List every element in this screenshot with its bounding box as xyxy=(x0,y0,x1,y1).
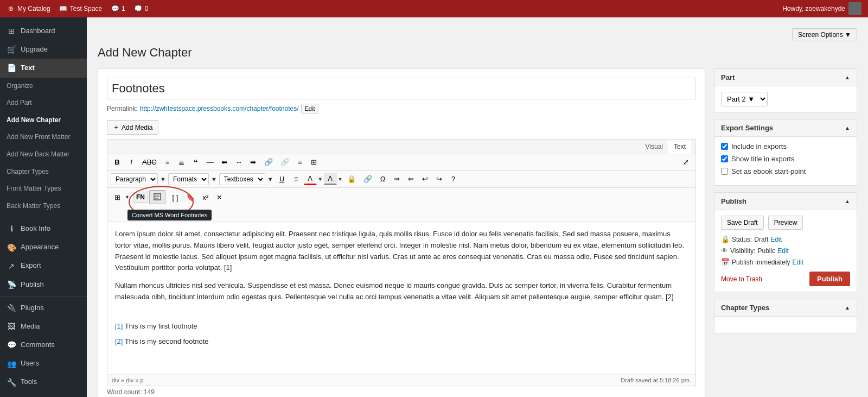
toolbar-outdent[interactable]: ⇐ xyxy=(405,173,418,185)
toolbar-omega[interactable]: Ω xyxy=(376,173,390,185)
footnote-anchor-2[interactable]: [2] xyxy=(115,337,123,345)
toolbar-hr[interactable]: — xyxy=(203,156,217,168)
publish-metabox-title: Publish xyxy=(721,197,746,205)
toolbar-lock[interactable]: 🔒 xyxy=(344,173,359,185)
adminbar-comments[interactable]: 💬 1 xyxy=(111,4,125,13)
toolbar-align-center[interactable]: ↔ xyxy=(232,156,246,168)
chapter-types-body xyxy=(714,317,857,333)
toolbar-convert-msword-button[interactable] xyxy=(149,190,165,204)
toolbar-close[interactable]: ✕ xyxy=(213,192,226,203)
sidebar-item-export[interactable]: ↗ Export xyxy=(0,257,87,275)
sidebar-item-organize[interactable]: Organize xyxy=(0,78,87,95)
toolbar-textboxes-select[interactable]: Textboxes xyxy=(219,173,265,185)
sidebar-item-front-matter-types[interactable]: Front Matter Types xyxy=(0,180,87,198)
toolbar-table[interactable]: ⊞ xyxy=(308,156,321,168)
sidebar-item-settings[interactable]: ⚙ Settings xyxy=(0,392,87,397)
toolbar-formats-select[interactable]: Formats xyxy=(168,173,209,185)
permalink-edit-button[interactable]: Edit xyxy=(301,104,319,114)
part-select[interactable]: Part 2 ▼ Part 1 Part 3 xyxy=(721,92,768,106)
footnote-ref-2[interactable]: [2] xyxy=(666,293,673,301)
toolbar-shortcode[interactable]: [ ] xyxy=(169,192,182,203)
status-edit-link[interactable]: Edit xyxy=(770,236,782,243)
post-title-input[interactable] xyxy=(107,78,696,99)
sidebar-item-media[interactable]: 🖼 Media xyxy=(0,317,87,336)
add-media-button[interactable]: ＋ Add Media xyxy=(107,120,158,135)
footnote-anchor-1[interactable]: [1] xyxy=(115,322,123,330)
screen-options-button[interactable]: Screen Options ▼ xyxy=(792,28,857,41)
toolbar-redo[interactable]: ↪ xyxy=(433,173,446,185)
permalink-link[interactable]: http://zwhtestspace.pressbooks.com/chapt… xyxy=(140,105,299,112)
part-metabox-header[interactable]: Part ▲ xyxy=(714,69,857,86)
toolbar-color-b[interactable]: A xyxy=(324,173,337,185)
footnote-ref-1[interactable]: [1] xyxy=(224,263,232,272)
toolbar-align-left[interactable]: ⬅ xyxy=(218,156,231,168)
editor-body[interactable]: Lorem ipsum dolor sit amet, consectetur … xyxy=(107,222,695,374)
include-exports-checkbox[interactable] xyxy=(721,143,728,150)
sidebar-item-plugins[interactable]: 🔌 Plugins xyxy=(0,299,87,317)
sidebar-item-publish[interactable]: 📡 Publish xyxy=(0,275,87,294)
text-icon: 📄 xyxy=(7,63,16,73)
toolbar-indent[interactable]: ⇒ xyxy=(391,173,404,185)
toolbar-align2[interactable]: ≡ xyxy=(290,173,303,185)
toolbar-blockquote[interactable]: ❝ xyxy=(189,156,202,168)
sidebar-item-back-matter-types[interactable]: Back Matter Types xyxy=(0,198,87,215)
publish-button[interactable]: Publish xyxy=(809,272,850,286)
sidebar-item-add-part[interactable]: Add Part xyxy=(0,94,87,112)
publish-time-label: Publish xyxy=(732,259,753,266)
move-to-trash-button[interactable]: Move to Trash xyxy=(721,275,762,283)
toolbar-strikethrough[interactable]: ABC xyxy=(139,156,160,168)
chapter-types-metabox: Chapter Types ▲ xyxy=(714,299,857,333)
page-title: Add New Chapter xyxy=(98,46,857,60)
sidebar-item-text[interactable]: 📄 Text xyxy=(0,59,87,77)
preview-button[interactable]: Preview xyxy=(768,216,803,230)
tab-visual[interactable]: Visual xyxy=(640,140,668,154)
wp-body: Screen Options ▼ Add New Chapter Permali… xyxy=(87,17,868,397)
sidebar-item-users[interactable]: 👥 Users xyxy=(0,355,87,373)
toolbar-table2[interactable]: ⊞ xyxy=(111,192,124,203)
toolbar-paragraph-select[interactable]: Paragraph xyxy=(111,173,158,185)
publish-time-edit-link[interactable]: Edit xyxy=(792,259,803,266)
export-settings-metabox-header[interactable]: Export Settings ▲ xyxy=(714,119,857,137)
toolbar-link2[interactable]: 🔗 xyxy=(360,173,375,185)
toolbar-row-3: ⊞ ▼ FN Convert MS Word Footnotes xyxy=(107,188,695,222)
tab-text[interactable]: Text xyxy=(668,139,691,154)
save-draft-button[interactable]: Save Draft xyxy=(721,216,764,230)
toolbar-bold[interactable]: B xyxy=(111,156,124,168)
sidebar-item-chapter-types[interactable]: Chapter Types xyxy=(0,163,87,181)
toolbar-italic[interactable]: I xyxy=(125,156,138,168)
toolbar-ul[interactable]: ≡ xyxy=(161,156,174,168)
sidebar-item-comments[interactable]: 💬 Comments xyxy=(0,336,87,354)
chapter-types-header[interactable]: Chapter Types ▲ xyxy=(714,299,857,317)
sidebar-item-add-back-matter[interactable]: Add New Back Matter xyxy=(0,146,87,163)
convert-msword-tooltip: Convert MS Word Footnotes xyxy=(127,210,212,220)
adminbar-bubbles[interactable]: 💭 0 xyxy=(134,4,149,13)
sidebar-item-dashboard[interactable]: ⊞ Dashboard xyxy=(0,22,87,40)
toolbar-undo[interactable]: ↩ xyxy=(419,173,432,185)
bubble-icon: 💭 xyxy=(134,4,143,13)
toolbar-align-right[interactable]: ➡ xyxy=(247,156,260,168)
toolbar-help[interactable]: ? xyxy=(447,173,460,185)
toolbar-expand[interactable]: ⤢ xyxy=(679,156,692,168)
show-title-checkbox[interactable] xyxy=(721,155,728,162)
toolbar-bookmark[interactable]: 🔖 xyxy=(183,192,198,203)
sidebar-item-book-info[interactable]: ℹ Book Info xyxy=(0,219,87,238)
sidebar-item-add-front-matter[interactable]: Add New Front Matter xyxy=(0,129,87,146)
toolbar-underline[interactable]: U xyxy=(276,173,289,185)
sidebar-item-add-new-chapter[interactable]: Add New Chapter xyxy=(0,112,87,129)
visibility-edit-link[interactable]: Edit xyxy=(777,247,789,255)
toolbar-ol[interactable]: ≣ xyxy=(175,156,188,168)
adminbar-site[interactable]: 📖 Test Space xyxy=(59,4,102,13)
toolbar-unlink[interactable]: 🔗 xyxy=(277,156,292,168)
status-label: Status: xyxy=(732,236,752,243)
publish-metabox-header[interactable]: Publish ▲ xyxy=(714,193,857,210)
sidebar-item-appearance[interactable]: 🎨 Appearance xyxy=(0,238,87,257)
sidebar-item-tools[interactable]: 🔧 Tools xyxy=(0,373,87,392)
toolbar-link[interactable]: 🔗 xyxy=(261,156,276,168)
adminbar-catalog[interactable]: ⊕ My Catalog xyxy=(7,4,50,13)
ebook-start-checkbox[interactable] xyxy=(721,168,728,175)
toolbar-superscript[interactable]: x² xyxy=(199,192,212,203)
toolbar-fn-button[interactable]: FN xyxy=(133,192,148,203)
toolbar-more[interactable]: ≡ xyxy=(293,156,307,168)
sidebar-item-upgrade[interactable]: 🛒 Upgrade xyxy=(0,40,87,59)
toolbar-color-a[interactable]: A xyxy=(304,173,317,185)
